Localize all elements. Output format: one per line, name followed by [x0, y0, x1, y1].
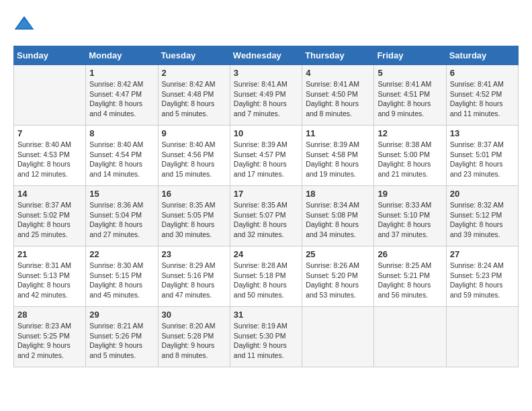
day-info: Sunrise: 8:35 AM Sunset: 5:07 PM Dayligh… [234, 200, 298, 240]
weekday-header-tuesday: Tuesday [158, 46, 230, 65]
day-number: 24 [234, 249, 298, 259]
day-number: 6 [450, 68, 515, 78]
calendar-cell: 9Sunrise: 8:40 AM Sunset: 4:56 PM Daylig… [158, 126, 230, 186]
day-number: 18 [306, 189, 370, 199]
day-info: Sunrise: 8:30 AM Sunset: 5:15 PM Dayligh… [89, 261, 154, 300]
calendar-cell: 29Sunrise: 8:21 AM Sunset: 5:26 PM Dayli… [86, 307, 158, 367]
day-info: Sunrise: 8:24 AM Sunset: 5:23 PM Dayligh… [450, 261, 515, 300]
day-number: 10 [234, 128, 298, 138]
calendar-cell: 1Sunrise: 8:42 AM Sunset: 4:47 PM Daylig… [86, 65, 158, 126]
day-number: 4 [306, 68, 370, 78]
day-number: 2 [162, 68, 226, 78]
day-number: 30 [162, 310, 226, 320]
calendar-cell: 28Sunrise: 8:23 AM Sunset: 5:25 PM Dayli… [14, 307, 86, 367]
day-info: Sunrise: 8:19 AM Sunset: 5:30 PM Dayligh… [234, 321, 298, 361]
weekday-header-monday: Monday [86, 46, 158, 65]
day-number: 14 [17, 189, 82, 199]
day-number: 1 [89, 68, 154, 78]
logo [13, 13, 36, 35]
day-info: Sunrise: 8:34 AM Sunset: 5:08 PM Dayligh… [306, 200, 370, 240]
calendar-cell: 6Sunrise: 8:41 AM Sunset: 4:52 PM Daylig… [446, 65, 518, 126]
calendar-week-row: 28Sunrise: 8:23 AM Sunset: 5:25 PM Dayli… [14, 307, 519, 367]
day-number: 17 [234, 189, 298, 199]
day-info: Sunrise: 8:21 AM Sunset: 5:26 PM Dayligh… [89, 321, 154, 361]
calendar-cell: 30Sunrise: 8:20 AM Sunset: 5:28 PM Dayli… [158, 307, 230, 367]
day-number: 19 [378, 189, 442, 199]
svg-marker-1 [16, 19, 32, 28]
calendar-week-row: 1Sunrise: 8:42 AM Sunset: 4:47 PM Daylig… [14, 65, 519, 126]
calendar-cell: 25Sunrise: 8:26 AM Sunset: 5:20 PM Dayli… [302, 246, 374, 307]
day-number: 20 [450, 189, 515, 199]
day-number: 5 [378, 68, 442, 78]
calendar-cell [446, 307, 518, 367]
calendar-cell: 3Sunrise: 8:41 AM Sunset: 4:49 PM Daylig… [230, 65, 302, 126]
calendar-week-row: 7Sunrise: 8:40 AM Sunset: 4:53 PM Daylig… [14, 126, 519, 186]
day-number: 28 [17, 310, 82, 320]
calendar-cell: 23Sunrise: 8:29 AM Sunset: 5:16 PM Dayli… [158, 246, 230, 307]
calendar-cell: 2Sunrise: 8:42 AM Sunset: 4:48 PM Daylig… [158, 65, 230, 126]
calendar-cell: 14Sunrise: 8:37 AM Sunset: 5:02 PM Dayli… [14, 186, 86, 246]
calendar-cell [14, 65, 86, 126]
day-number: 8 [89, 128, 154, 138]
calendar-cell: 11Sunrise: 8:39 AM Sunset: 4:58 PM Dayli… [302, 126, 374, 186]
day-info: Sunrise: 8:38 AM Sunset: 5:00 PM Dayligh… [378, 140, 442, 179]
day-number: 7 [17, 128, 82, 138]
calendar-cell: 16Sunrise: 8:35 AM Sunset: 5:05 PM Dayli… [158, 186, 230, 246]
calendar-week-row: 14Sunrise: 8:37 AM Sunset: 5:02 PM Dayli… [14, 186, 519, 246]
day-number: 21 [17, 249, 82, 259]
calendar-cell: 10Sunrise: 8:39 AM Sunset: 4:57 PM Dayli… [230, 126, 302, 186]
calendar-cell: 31Sunrise: 8:19 AM Sunset: 5:30 PM Dayli… [230, 307, 302, 367]
day-info: Sunrise: 8:40 AM Sunset: 4:53 PM Dayligh… [17, 140, 82, 179]
calendar-cell [302, 307, 374, 367]
calendar-cell: 7Sunrise: 8:40 AM Sunset: 4:53 PM Daylig… [14, 126, 86, 186]
calendar-cell: 4Sunrise: 8:41 AM Sunset: 4:50 PM Daylig… [302, 65, 374, 126]
day-number: 12 [378, 128, 442, 138]
day-number: 25 [306, 249, 370, 259]
calendar-cell: 19Sunrise: 8:33 AM Sunset: 5:10 PM Dayli… [374, 186, 446, 246]
calendar-cell: 18Sunrise: 8:34 AM Sunset: 5:08 PM Dayli… [302, 186, 374, 246]
calendar-cell: 27Sunrise: 8:24 AM Sunset: 5:23 PM Dayli… [446, 246, 518, 307]
day-number: 16 [162, 189, 226, 199]
day-info: Sunrise: 8:31 AM Sunset: 5:13 PM Dayligh… [17, 261, 82, 300]
day-info: Sunrise: 8:37 AM Sunset: 5:02 PM Dayligh… [17, 200, 82, 240]
day-number: 22 [89, 249, 154, 259]
day-info: Sunrise: 8:41 AM Sunset: 4:51 PM Dayligh… [378, 79, 442, 119]
day-info: Sunrise: 8:42 AM Sunset: 4:47 PM Dayligh… [89, 79, 154, 119]
day-number: 15 [89, 189, 154, 199]
day-number: 3 [234, 68, 298, 78]
logo-icon [13, 13, 35, 35]
day-info: Sunrise: 8:23 AM Sunset: 5:25 PM Dayligh… [17, 321, 82, 361]
calendar-cell: 5Sunrise: 8:41 AM Sunset: 4:51 PM Daylig… [374, 65, 446, 126]
day-number: 23 [162, 249, 226, 259]
day-number: 31 [234, 310, 298, 320]
calendar-cell: 13Sunrise: 8:37 AM Sunset: 5:01 PM Dayli… [446, 126, 518, 186]
day-info: Sunrise: 8:29 AM Sunset: 5:16 PM Dayligh… [162, 261, 226, 300]
weekday-header-sunday: Sunday [14, 46, 86, 65]
calendar-cell: 26Sunrise: 8:25 AM Sunset: 5:21 PM Dayli… [374, 246, 446, 307]
calendar-cell: 17Sunrise: 8:35 AM Sunset: 5:07 PM Dayli… [230, 186, 302, 246]
day-info: Sunrise: 8:25 AM Sunset: 5:21 PM Dayligh… [378, 261, 442, 300]
day-info: Sunrise: 8:40 AM Sunset: 4:54 PM Dayligh… [89, 140, 154, 179]
day-info: Sunrise: 8:36 AM Sunset: 5:04 PM Dayligh… [89, 200, 154, 240]
day-info: Sunrise: 8:35 AM Sunset: 5:05 PM Dayligh… [162, 200, 226, 240]
day-number: 26 [378, 249, 442, 259]
weekday-header-saturday: Saturday [446, 46, 518, 65]
day-number: 13 [450, 128, 515, 138]
calendar-table: SundayMondayTuesdayWednesdayThursdayFrid… [13, 46, 519, 367]
calendar-week-row: 21Sunrise: 8:31 AM Sunset: 5:13 PM Dayli… [14, 246, 519, 307]
weekday-header-row: SundayMondayTuesdayWednesdayThursdayFrid… [14, 46, 519, 65]
day-info: Sunrise: 8:39 AM Sunset: 4:58 PM Dayligh… [306, 140, 370, 179]
day-info: Sunrise: 8:41 AM Sunset: 4:49 PM Dayligh… [234, 79, 298, 119]
day-info: Sunrise: 8:33 AM Sunset: 5:10 PM Dayligh… [378, 200, 442, 240]
calendar-cell: 8Sunrise: 8:40 AM Sunset: 4:54 PM Daylig… [86, 126, 158, 186]
day-info: Sunrise: 8:32 AM Sunset: 5:12 PM Dayligh… [450, 200, 515, 240]
day-info: Sunrise: 8:20 AM Sunset: 5:28 PM Dayligh… [162, 321, 226, 361]
day-info: Sunrise: 8:26 AM Sunset: 5:20 PM Dayligh… [306, 261, 370, 300]
calendar-cell: 21Sunrise: 8:31 AM Sunset: 5:13 PM Dayli… [14, 246, 86, 307]
calendar-cell: 12Sunrise: 8:38 AM Sunset: 5:00 PM Dayli… [374, 126, 446, 186]
day-info: Sunrise: 8:41 AM Sunset: 4:50 PM Dayligh… [306, 79, 370, 119]
day-info: Sunrise: 8:39 AM Sunset: 4:57 PM Dayligh… [234, 140, 298, 179]
calendar-cell [374, 307, 446, 367]
day-info: Sunrise: 8:28 AM Sunset: 5:18 PM Dayligh… [234, 261, 298, 300]
calendar-cell: 20Sunrise: 8:32 AM Sunset: 5:12 PM Dayli… [446, 186, 518, 246]
